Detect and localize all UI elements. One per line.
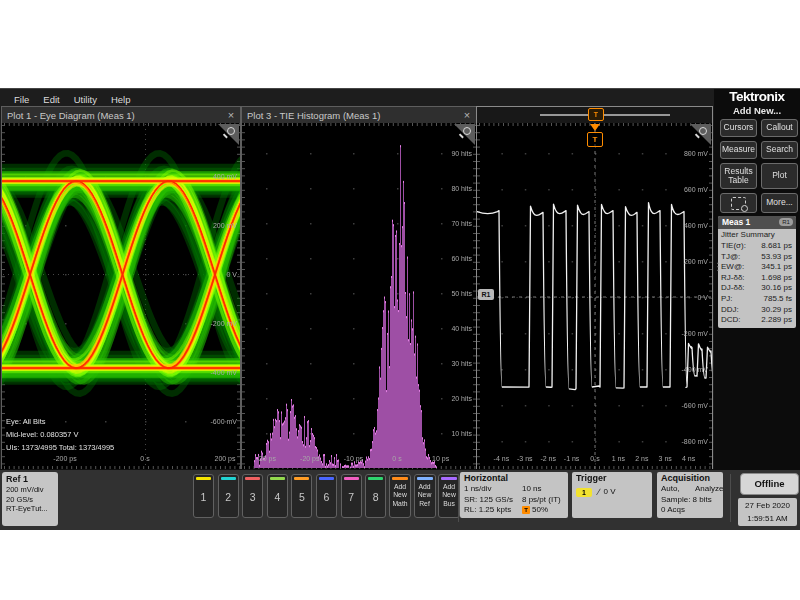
- sidebar-cursors-button[interactable]: Cursors: [720, 119, 757, 137]
- axis-tick-label: 50 hits: [451, 289, 472, 298]
- trigger-position-icon: T: [522, 506, 530, 514]
- plot1-titlebar[interactable]: Plot 1 - Eye Diagram (Meas 1) ×: [2, 107, 240, 124]
- axis-tick-label: 0 V: [697, 293, 708, 302]
- wave-top-strip: T: [477, 107, 712, 123]
- plot3-close-icon[interactable]: ×: [461, 109, 473, 121]
- channel-2-button[interactable]: 2: [218, 474, 239, 518]
- horizontal-panel[interactable]: Horizontal 1 ns/div10 nsSR: 125 GS/s8 ps…: [460, 472, 568, 518]
- channel-number: 1: [194, 491, 213, 503]
- add-button-label: AddNewRef: [415, 483, 435, 508]
- waveform-body: T R1 800 mV600 mV400 mV200 mV0 V-200 mV-…: [477, 123, 712, 469]
- channel-number: 6: [317, 491, 336, 503]
- horizontal-col1: SR: 125 GS/s: [464, 495, 513, 504]
- add-button-label-line: New: [439, 491, 459, 499]
- meas-row-value: 30.29 ps: [761, 305, 792, 314]
- acquisition-panel[interactable]: Acquisition Auto,Analyze Sample: 8 bits …: [657, 472, 723, 518]
- waveform-view-panel: T T R1 800 mV600 mV400 mV200 mV0 V-200 m…: [477, 107, 712, 469]
- ref1-channel-badge[interactable]: Ref 1 200 mV/div20 GS/sRT-EyeTut...: [2, 472, 58, 526]
- horizontal-row: 1 ns/div10 ns: [464, 484, 564, 495]
- pan-scrollbar-indicator[interactable]: [540, 114, 670, 116]
- axis-tick-label: 600 mV: [684, 185, 708, 194]
- horizontal-row: SR: 125 GS/s8 ps/pt (IT): [464, 495, 564, 506]
- tektronix-logo: Tektronix: [714, 89, 800, 105]
- sidebar-button-label: Callout: [765, 123, 793, 132]
- meas-row: RJ-δδ:1.698 ps: [718, 273, 796, 284]
- axis-tick-label: 10 ps: [419, 454, 463, 463]
- add-button-color-stripe: [417, 477, 433, 480]
- plot1-body: 400 mV200 mV0 V-200 mV-400 mV-600 mV-200…: [2, 123, 240, 469]
- channel-7-button[interactable]: 7: [341, 474, 362, 518]
- channel-number: 3: [243, 491, 262, 503]
- sidebar-button-label: Measure: [721, 145, 756, 154]
- ref1-marker-badge[interactable]: R1: [478, 289, 494, 300]
- meas-row-label: TIE(σ):: [721, 241, 746, 250]
- bottom-bar: Ref 1 200 mV/div20 GS/sRT-EyeTut... 1234…: [0, 469, 800, 530]
- channel-4-button[interactable]: 4: [267, 474, 288, 518]
- channel-color-stripe: [344, 477, 359, 480]
- add-new-ref-button[interactable]: AddNewRef: [414, 474, 436, 518]
- plot3-titlebar[interactable]: Plot 3 - TIE Histogram (Meas 1) ×: [242, 107, 476, 124]
- plot1-zoom-corner-icon[interactable]: [217, 124, 239, 146]
- offline-button[interactable]: Offline: [740, 473, 799, 495]
- channel-color-stripe: [319, 477, 334, 480]
- acq-count: 0 Acqs: [661, 505, 719, 516]
- sidebar-button-label: Cursors: [723, 123, 755, 132]
- wave-zoom-corner-icon[interactable]: [689, 124, 711, 146]
- sidebar-zoom-settings-button[interactable]: [720, 193, 757, 213]
- horizontal-col2-text: 8 ps/pt (IT): [522, 495, 561, 504]
- channel-color-stripe: [270, 477, 285, 480]
- meas-row-label: PJ:: [721, 294, 733, 303]
- sidebar-results-table-button[interactable]: Results Table: [720, 163, 757, 189]
- sidebar-more-button[interactable]: More...: [761, 193, 798, 213]
- axis-tick-label: -600 mV: [682, 401, 708, 410]
- channel-color-stripe: [221, 477, 236, 480]
- trigger-position-chip[interactable]: T: [588, 108, 604, 121]
- channel-1-button[interactable]: 1: [193, 474, 214, 518]
- plot1-close-icon[interactable]: ×: [225, 109, 237, 121]
- separator: [458, 474, 459, 522]
- axis-tick-label: -800 mV: [682, 437, 708, 446]
- meas1-results-badge[interactable]: Meas 1 R1 Jitter Summary TIE(σ):8.681 ps…: [718, 216, 796, 328]
- meas-row: DDJ:30.29 ps: [718, 305, 796, 316]
- menu-items: FileEditUtilityHelp: [0, 89, 714, 109]
- eye-info-line: UIs: 1373/4995 Total: 1373/4995: [6, 443, 114, 452]
- channel-3-button[interactable]: 3: [242, 474, 263, 518]
- axis-tick-label: -30 ps: [244, 454, 288, 463]
- ref1-badge-title: Ref 1: [2, 472, 58, 485]
- sidebar-button-label: More...: [765, 198, 793, 207]
- axis-tick-label: 60 hits: [451, 254, 472, 263]
- sidebar-button-label: Search: [765, 145, 794, 154]
- sidebar-measure-button[interactable]: Measure: [720, 141, 757, 159]
- horizontal-col1: 1 ns/div: [464, 484, 492, 493]
- trigger-flag-icon[interactable]: T: [587, 132, 603, 147]
- add-new-bus-button[interactable]: AddNewBus: [438, 474, 460, 518]
- axis-tick-label: -600 mV: [211, 417, 237, 426]
- axis-tick-label: 40 hits: [451, 324, 472, 333]
- sidebar-drag-handle[interactable]: ⋮: [713, 261, 723, 272]
- channel-8-button[interactable]: 8: [365, 474, 386, 518]
- eye-info-line: Mid-level: 0.080357 V: [6, 430, 79, 439]
- trigger-panel[interactable]: Trigger 1∕0 V: [572, 472, 652, 518]
- axis-tick-label: 80 hits: [451, 184, 472, 193]
- horizontal-col2-text: 50%: [532, 505, 548, 514]
- sidebar-button-label: Results Table: [721, 167, 756, 186]
- add-button-label-line: Math: [390, 500, 410, 508]
- axis-tick-label: 0 s: [123, 454, 167, 463]
- axis-tick-label: -200 ps: [43, 454, 87, 463]
- channel-6-button[interactable]: 6: [316, 474, 337, 518]
- channel-5-button[interactable]: 5: [291, 474, 312, 518]
- channel-color-stripe: [368, 477, 383, 480]
- trigger-arrow-icon[interactable]: [590, 124, 600, 131]
- channel-number: 2: [219, 491, 238, 503]
- add-new-math-button[interactable]: AddNewMath: [389, 474, 411, 518]
- meas-row-label: DJ-δδ:: [721, 283, 745, 292]
- tie-histogram-canvas[interactable]: [242, 123, 476, 469]
- meas1-header: Meas 1 R1: [718, 216, 796, 229]
- sidebar-search-button[interactable]: Search: [761, 141, 798, 159]
- add-button-label-line: Ref: [415, 500, 435, 508]
- sidebar-plot-button[interactable]: Plot: [761, 163, 798, 189]
- waveform-canvas[interactable]: [477, 123, 712, 469]
- plot3-zoom-corner-icon[interactable]: [453, 124, 475, 146]
- sidebar-callout-button[interactable]: Callout: [761, 119, 798, 137]
- menu-bar: FileEditUtilityHelp: [0, 89, 714, 107]
